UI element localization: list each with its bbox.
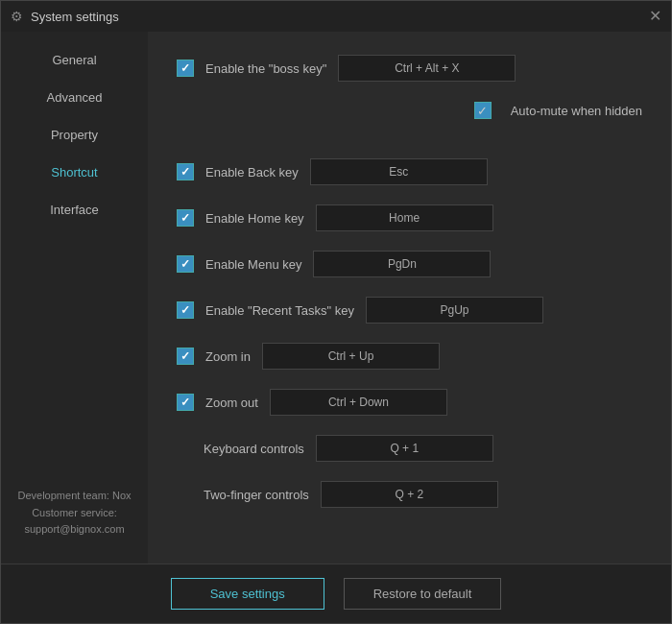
recent-tasks-row: ✓ Enable "Recent Tasks" key xyxy=(177,293,642,327)
menu-key-row: ✓ Enable Menu key xyxy=(177,247,642,281)
support-email: support@bignox.com xyxy=(16,521,132,539)
title-bar: ⚙ System settings ✕ xyxy=(1,1,671,32)
customer-service-label: Customer service: xyxy=(16,505,132,522)
save-button[interactable]: Save settings xyxy=(171,578,324,610)
main-content: ✓ Enable the "boss key" ✓ Auto-mute when… xyxy=(148,32,671,564)
two-finger-controls-input[interactable] xyxy=(321,481,498,508)
zoom-out-checkbox[interactable]: ✓ xyxy=(177,394,194,411)
sidebar-item-shortcut[interactable]: Shortcut xyxy=(1,154,148,191)
home-key-row: ✓ Enable Home key xyxy=(177,201,642,235)
zoom-out-input[interactable] xyxy=(270,389,447,416)
home-key-input[interactable] xyxy=(316,204,493,231)
home-key-checkbox[interactable]: ✓ xyxy=(177,209,194,227)
recent-tasks-checkbox[interactable]: ✓ xyxy=(177,301,194,319)
back-key-checkbox[interactable]: ✓ xyxy=(177,163,194,180)
content-area: General Advanced Property Shortcut Inter… xyxy=(1,32,671,564)
menu-key-checkbox[interactable]: ✓ xyxy=(177,255,194,273)
two-finger-controls-label: Two-finger controls xyxy=(204,488,309,502)
boss-key-row: ✓ Enable the "boss key" xyxy=(177,51,642,85)
zoom-out-row: ✓ Zoom out xyxy=(177,385,642,420)
divider xyxy=(177,139,642,143)
footer: Save settings Restore to default xyxy=(1,564,671,623)
checkmark-icon: ✓ xyxy=(180,396,190,409)
sidebar-footer: Development team: Nox Customer service: … xyxy=(1,472,148,554)
title-bar-left: ⚙ System settings xyxy=(11,9,119,24)
zoom-in-label: Zoom in xyxy=(205,349,251,364)
zoom-out-label: Zoom out xyxy=(205,396,258,410)
zoom-in-row: ✓ Zoom in xyxy=(177,339,642,373)
recent-tasks-input[interactable] xyxy=(366,297,543,324)
keyboard-controls-row: Keyboard controls xyxy=(177,431,642,466)
checkmark-icon: ✓ xyxy=(477,104,488,118)
zoom-in-input[interactable] xyxy=(262,343,440,370)
keyboard-controls-input[interactable] xyxy=(316,435,493,462)
checkmark-icon: ✓ xyxy=(180,211,190,225)
back-key-input[interactable] xyxy=(310,158,488,185)
auto-mute-label: Auto-mute when hidden xyxy=(511,104,642,118)
sidebar-item-property[interactable]: Property xyxy=(1,116,148,154)
back-key-row: ✓ Enable Back key xyxy=(177,155,642,189)
gear-icon: ⚙ xyxy=(11,9,23,24)
boss-key-input[interactable] xyxy=(338,55,516,82)
boss-key-label: Enable the "boss key" xyxy=(205,61,326,76)
zoom-in-checkbox[interactable]: ✓ xyxy=(177,348,194,365)
checkmark-icon: ✓ xyxy=(180,61,190,75)
two-finger-controls-row: Two-finger controls xyxy=(177,477,642,512)
dev-team-label: Development team: Nox xyxy=(16,488,132,505)
sidebar-item-general[interactable]: General xyxy=(1,41,148,79)
window-title: System settings xyxy=(31,10,119,24)
sidebar-item-advanced[interactable]: Advanced xyxy=(1,79,148,116)
system-settings-window: ⚙ System settings ✕ General Advanced Pro… xyxy=(0,0,672,624)
sidebar: General Advanced Property Shortcut Inter… xyxy=(1,32,148,564)
auto-mute-checkbox[interactable]: ✓ xyxy=(474,102,492,119)
sidebar-item-interface[interactable]: Interface xyxy=(1,191,148,228)
checkmark-icon: ✓ xyxy=(180,257,190,271)
keyboard-controls-label: Keyboard controls xyxy=(204,442,304,456)
checkmark-icon: ✓ xyxy=(180,165,190,179)
recent-tasks-label: Enable "Recent Tasks" key xyxy=(205,303,354,318)
close-button[interactable]: ✕ xyxy=(649,9,661,24)
checkmark-icon: ✓ xyxy=(180,303,190,317)
boss-key-checkbox[interactable]: ✓ xyxy=(177,60,194,77)
back-key-label: Enable Back key xyxy=(205,165,299,180)
auto-mute-row: ✓ Auto-mute when hidden xyxy=(177,93,642,128)
home-key-label: Enable Home key xyxy=(205,211,304,226)
restore-button[interactable]: Restore to default xyxy=(344,578,502,610)
checkmark-icon: ✓ xyxy=(180,349,190,363)
menu-key-input[interactable] xyxy=(313,251,491,277)
menu-key-label: Enable Menu key xyxy=(205,257,301,272)
